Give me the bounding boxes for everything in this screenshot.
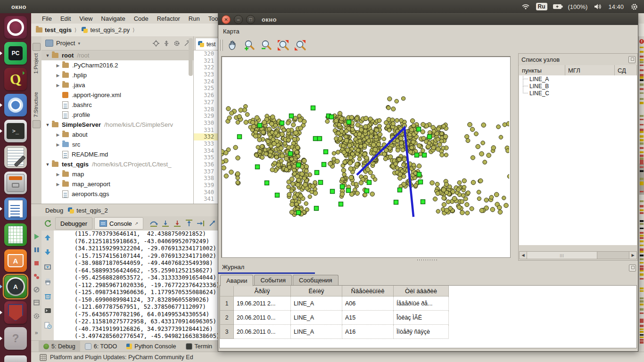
stop-icon[interactable] bbox=[32, 259, 41, 267]
show-execution-point-icon[interactable] bbox=[207, 219, 218, 228]
menu-item-refactor[interactable]: Refactor bbox=[153, 15, 184, 22]
tree-collapsed-icon[interactable]: ▶ bbox=[56, 132, 60, 137]
stripe-mark[interactable] bbox=[640, 209, 644, 211]
chevron-down-icon[interactable]: ▾ bbox=[78, 41, 80, 46]
scroll-right-icon[interactable]: ▶ bbox=[629, 252, 636, 259]
project-tree-item-src[interactable]: ▶src bbox=[41, 140, 193, 149]
stripe-mark[interactable] bbox=[640, 155, 644, 157]
zoom-full-extent-button[interactable] bbox=[276, 39, 291, 52]
session-gear-icon[interactable] bbox=[629, 2, 639, 11]
terminal-icon[interactable] bbox=[43, 306, 52, 315]
stripe-mark[interactable] bbox=[640, 308, 644, 311]
node-item-LINE_B[interactable]: LINE_B bbox=[519, 82, 637, 90]
toolbar-grip[interactable] bbox=[220, 40, 223, 51]
frame-up-icon[interactable] bbox=[43, 233, 52, 242]
stripe-mark[interactable] bbox=[640, 135, 644, 138]
launcher-item-software-center[interactable]: A bbox=[4, 249, 27, 272]
breadcrumb-file[interactable]: test_qgis_2.py bbox=[90, 26, 130, 33]
print-icon[interactable] bbox=[43, 277, 52, 286]
stripe-mark[interactable] bbox=[640, 76, 644, 79]
stripe-mark[interactable] bbox=[640, 262, 644, 263]
stripe-mark[interactable] bbox=[640, 288, 644, 289]
stripe-mark[interactable] bbox=[640, 258, 644, 260]
tree-collapsed-icon[interactable]: ▶ bbox=[56, 182, 60, 187]
menu-item-run[interactable]: Run bbox=[184, 15, 204, 22]
menu-karta[interactable]: Карта bbox=[218, 28, 244, 35]
menu-item-file[interactable]: File bbox=[38, 15, 56, 22]
clear-icon[interactable] bbox=[43, 292, 52, 300]
nodes-tree[interactable]: LINE_ALINE_BLINE_C bbox=[519, 75, 637, 245]
launcher-item-trash[interactable] bbox=[4, 355, 27, 362]
pause-icon[interactable] bbox=[32, 246, 41, 254]
launcher-item-help[interactable]: ? bbox=[4, 327, 27, 350]
journal-tab-3[interactable]: Сообщения bbox=[293, 275, 339, 285]
stripe-mark[interactable] bbox=[640, 255, 644, 256]
scrollbar-thumb[interactable]: ||| bbox=[527, 252, 597, 259]
stripe-mark[interactable] bbox=[640, 59, 644, 61]
stripe-mark[interactable] bbox=[640, 88, 644, 90]
scroll-to-end-icon[interactable] bbox=[43, 263, 52, 271]
launcher-item-text-editor[interactable] bbox=[4, 146, 27, 168]
tree-collapsed-icon[interactable]: ▶ bbox=[56, 63, 60, 68]
stripe-mark[interactable] bbox=[640, 228, 644, 229]
toolbox-icon[interactable] bbox=[40, 354, 47, 361]
zoom-in-button[interactable] bbox=[242, 39, 257, 52]
project-tree-item-.PyCharm2016.2[interactable]: ▶.PyCharm2016.2 bbox=[41, 60, 193, 70]
close-button[interactable]: ✕ bbox=[222, 15, 231, 24]
structure-icon[interactable] bbox=[33, 120, 41, 128]
project-tree-item-map_aeroport[interactable]: ▶map_aeroport bbox=[41, 179, 193, 189]
stripe-mark[interactable] bbox=[640, 341, 644, 344]
bottom-tab-6-todo[interactable]: 6: TODO bbox=[80, 341, 122, 352]
project-panel-title[interactable]: Project bbox=[56, 40, 75, 47]
tool-tab-project[interactable]: 1:Project bbox=[33, 53, 39, 74]
tree-expanded-icon[interactable]: ▼ bbox=[45, 123, 50, 127]
stripe-mark[interactable] bbox=[640, 251, 644, 253]
node-item-LINE_C[interactable]: LINE_C bbox=[519, 90, 637, 97]
stripe-mark[interactable] bbox=[640, 69, 644, 71]
minimize-button[interactable]: – bbox=[234, 15, 243, 24]
frame-down-icon[interactable] bbox=[43, 248, 52, 256]
tree-collapsed-icon[interactable]: ▶ bbox=[56, 73, 60, 78]
launcher-item-ubuntu-dash[interactable] bbox=[4, 16, 27, 39]
stripe-mark[interactable] bbox=[640, 321, 644, 323]
stripe-mark[interactable] bbox=[640, 290, 644, 292]
stripe-mark[interactable] bbox=[640, 300, 644, 303]
project-tree-scrollbar[interactable] bbox=[189, 38, 193, 76]
stripe-mark[interactable] bbox=[640, 92, 644, 94]
wifi-icon[interactable] bbox=[520, 2, 531, 11]
okno-title-bar[interactable]: ✕ – □ окно bbox=[218, 14, 638, 25]
stripe-mark[interactable] bbox=[640, 83, 644, 86]
tab-console[interactable]: Console↗ bbox=[94, 217, 143, 230]
table-row[interactable]: 119.06.2011 2...LINE_AA06Íåâåðíûé ðå... bbox=[220, 296, 449, 311]
stripe-mark[interactable] bbox=[640, 245, 644, 246]
battery-icon[interactable] bbox=[553, 2, 563, 11]
project-tree-item-README.md[interactable]: README.md bbox=[41, 149, 193, 159]
zoom-out-button[interactable] bbox=[259, 39, 274, 52]
stripe-mark[interactable] bbox=[640, 331, 644, 333]
nodes-column-пункты[interactable]: пункты bbox=[519, 65, 565, 75]
stripe-mark[interactable] bbox=[640, 115, 644, 117]
stripe-mark[interactable] bbox=[640, 142, 644, 145]
project-tree-item-.java[interactable]: ▶.java bbox=[41, 80, 193, 90]
tool-window-icon[interactable] bbox=[33, 43, 41, 51]
launcher-item-qgis[interactable]: Q bbox=[4, 68, 27, 90]
stripe-mark[interactable] bbox=[640, 47, 644, 48]
keyboard-layout-indicator[interactable]: Ru bbox=[536, 3, 547, 10]
stripe-mark[interactable] bbox=[640, 56, 644, 58]
float-panel-icon[interactable] bbox=[628, 56, 636, 63]
tab-debugger[interactable]: Debugger bbox=[55, 217, 92, 230]
tree-collapsed-icon[interactable]: ▶ bbox=[56, 172, 60, 177]
nodes-horizontal-scrollbar[interactable]: ◀ ||| ▶ bbox=[519, 251, 637, 259]
stripe-mark[interactable] bbox=[640, 98, 644, 100]
history-icon[interactable] bbox=[43, 321, 52, 329]
stripe-mark[interactable] bbox=[640, 265, 644, 267]
journal-title[interactable]: Журнал bbox=[222, 263, 244, 271]
journal-tab-2[interactable]: События bbox=[254, 275, 292, 285]
node-item-LINE_A[interactable]: LINE_A bbox=[519, 75, 637, 82]
zoom-to-selection-button[interactable] bbox=[293, 39, 308, 52]
resume-icon[interactable] bbox=[32, 232, 41, 241]
stripe-mark[interactable] bbox=[640, 297, 644, 299]
project-tree-item-.bashrc[interactable]: .bashrc bbox=[41, 100, 193, 110]
stripe-mark[interactable] bbox=[640, 162, 644, 165]
step-into-icon[interactable] bbox=[160, 219, 171, 228]
